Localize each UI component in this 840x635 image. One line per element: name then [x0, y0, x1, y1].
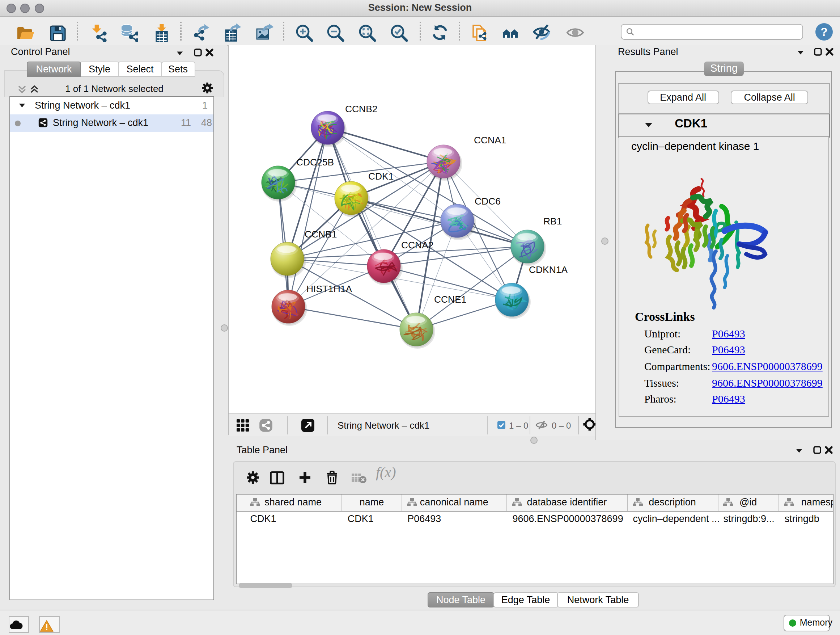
- svg-text:CCNB1: CCNB1: [304, 229, 336, 240]
- svg-text:CCNE1: CCNE1: [434, 294, 466, 305]
- svg-text:CCNB2: CCNB2: [345, 103, 377, 114]
- svg-text:HIST1H1A: HIST1H1A: [306, 283, 352, 295]
- svg-text:CDC25B: CDC25B: [296, 157, 333, 168]
- svg-text:CDK1: CDK1: [368, 171, 393, 182]
- svg-text:?: ?: [821, 25, 828, 38]
- svg-text:CDKN1A: CDKN1A: [529, 264, 567, 275]
- svg-text:CDC6: CDC6: [474, 196, 500, 207]
- svg-text:CCNA2: CCNA2: [401, 240, 433, 250]
- svg-text:RB1: RB1: [543, 216, 561, 226]
- svg-text:CCNA1: CCNA1: [474, 135, 506, 146]
